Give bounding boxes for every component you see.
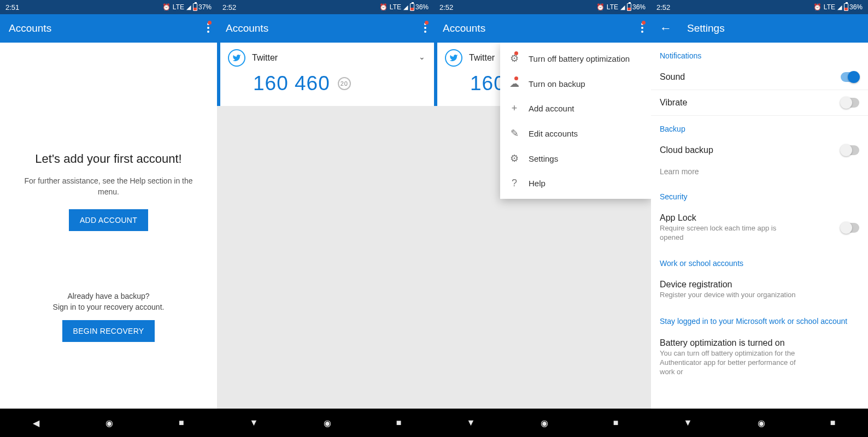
battery-icon (193, 3, 197, 11)
status-lte: LTE (390, 3, 401, 11)
nav-bar: ◀ ◉ ■ (0, 409, 217, 437)
menu-label: Edit accounts (529, 129, 578, 138)
app-bar: Accounts (434, 14, 651, 43)
app-title: Accounts (9, 22, 51, 34)
battery-icon (844, 3, 848, 11)
section-work-accounts: Work or school accounts (651, 250, 868, 272)
nav-back-icon[interactable]: ▼ (684, 418, 693, 428)
setting-vibrate[interactable]: Vibrate (651, 90, 868, 116)
nav-bar: ▼ ◉ ■ (217, 409, 434, 437)
nav-recent-icon[interactable]: ■ (179, 418, 184, 428)
section-backup: Backup (651, 116, 868, 138)
menu-edit-accounts[interactable]: ✎Edit accounts (500, 121, 651, 146)
notification-dot (514, 51, 518, 55)
nav-home-icon[interactable]: ◉ (541, 418, 548, 428)
section-security: Security (651, 184, 868, 205)
app-title: Settings (687, 22, 725, 34)
status-battery: 37% (198, 3, 212, 11)
nav-back-icon[interactable]: ◀ (33, 418, 39, 428)
back-button[interactable]: ← (660, 21, 672, 36)
notification-dot (514, 76, 518, 80)
status-bar: 2:52 LTE 36% (217, 0, 434, 14)
begin-recovery-button[interactable]: BEGIN RECOVERY (62, 320, 155, 342)
menu-battery-opt[interactable]: ⚙Turn off battery optimization (500, 46, 651, 71)
learn-more-link[interactable]: Learn more (651, 163, 868, 184)
twitter-icon (445, 49, 462, 67)
content-area: Let's add your first account! For furthe… (0, 43, 217, 437)
nav-recent-icon[interactable]: ■ (396, 418, 402, 428)
menu-label: Add account (529, 104, 574, 113)
toggle-vibrate[interactable] (841, 98, 859, 108)
settings-list[interactable]: Notifications Sound Vibrate Backup Cloud… (651, 43, 868, 437)
menu-label: Turn on backup (529, 79, 585, 88)
toggle-sound[interactable] (841, 72, 859, 82)
nav-recent-icon[interactable]: ■ (613, 418, 619, 428)
nav-bar: ▼ ◉ ■ (651, 409, 868, 437)
nav-home-icon[interactable]: ◉ (758, 418, 765, 428)
status-time: 2:52 (439, 3, 453, 11)
app-title: Accounts (443, 22, 485, 34)
status-bar: 2:51 LTE 37% (0, 0, 217, 14)
nav-recent-icon[interactable]: ■ (830, 418, 836, 428)
menu-add-account[interactable]: +Add account (500, 96, 651, 121)
app-title: Accounts (226, 22, 268, 34)
add-account-button[interactable]: ADD ACCOUNT (69, 209, 148, 231)
overflow-menu: ⚙Turn off battery optimization ☁Turn on … (500, 43, 651, 199)
help-icon: ? (509, 178, 520, 189)
app-bar: Accounts (0, 14, 217, 43)
status-time: 2:52 (222, 3, 236, 11)
menu-help[interactable]: ?Help (500, 171, 651, 196)
content-area: Twitter 160 ⚙Turn off battery optimizati… (434, 43, 651, 437)
signal-icon (403, 3, 408, 11)
status-lte: LTE (173, 3, 184, 11)
screen-1: 2:51 LTE 37% Accounts Let's add your fir… (0, 0, 217, 437)
setting-sound[interactable]: Sound (651, 64, 868, 90)
menu-settings[interactable]: ⚙Settings (500, 146, 651, 171)
setting-app-lock[interactable]: App Lock Require screen lock each time a… (651, 205, 868, 250)
status-lte: LTE (607, 3, 618, 11)
screen-2: 2:52 LTE 36% Accounts Twitter ⌄ 160 460 (217, 0, 434, 437)
status-bar: 2:52 LTE 36% (434, 0, 651, 14)
content-area: Twitter ⌄ 160 460 20 (217, 43, 434, 437)
nav-home-icon[interactable]: ◉ (324, 418, 331, 428)
setting-battery-opt[interactable]: Battery optimization is turned on You ca… (651, 330, 868, 385)
status-time: 2:52 (656, 3, 670, 11)
account-name: Twitter (252, 53, 278, 63)
signal-icon (837, 3, 842, 11)
chevron-down-icon[interactable]: ⌄ (419, 52, 425, 61)
status-time: 2:51 (5, 3, 19, 11)
menu-turn-on-backup[interactable]: ☁Turn on backup (500, 71, 651, 96)
account-card[interactable]: Twitter ⌄ 160 460 20 (217, 43, 434, 106)
nav-bar: ▼ ◉ ■ (434, 409, 651, 437)
status-bar: 2:52 LTE 36% (651, 0, 868, 14)
signal-icon (620, 3, 625, 11)
alarm-icon (162, 3, 171, 11)
overflow-menu-button[interactable] (424, 23, 426, 33)
auth-code: 160 460 (253, 72, 330, 95)
toggle-cloud-backup[interactable] (841, 145, 859, 155)
recovery-text: Already have a backup? Sign in to your r… (13, 291, 204, 312)
account-name: Twitter (469, 53, 495, 63)
menu-label: Settings (529, 154, 558, 163)
welcome-heading: Let's add your first account! (13, 152, 204, 166)
signal-icon (186, 3, 191, 11)
status-battery: 36% (632, 3, 646, 11)
status-battery: 36% (849, 3, 863, 11)
alarm-icon (596, 3, 605, 11)
overflow-menu-button[interactable] (207, 23, 209, 33)
screen-3: 2:52 LTE 36% Accounts Twitter 160 (434, 0, 651, 437)
menu-label: Help (529, 179, 546, 188)
app-bar: ← Settings (651, 14, 868, 43)
setting-device-registration[interactable]: Device registration Register your device… (651, 272, 868, 308)
nav-home-icon[interactable]: ◉ (105, 418, 113, 428)
section-stay-logged: Stay logged in to your Microsoft work or… (651, 308, 868, 330)
setting-cloud-backup[interactable]: Cloud backup (651, 138, 868, 163)
toggle-app-lock[interactable] (841, 223, 859, 233)
nav-back-icon[interactable]: ▼ (467, 418, 476, 428)
pencil-icon: ✎ (509, 127, 520, 139)
nav-back-icon[interactable]: ▼ (250, 418, 259, 428)
status-lte: LTE (824, 3, 835, 11)
overflow-menu-button[interactable] (641, 23, 643, 33)
screen-4: 2:52 LTE 36% ← Settings Notifications So… (651, 0, 868, 437)
alarm-icon (813, 3, 822, 11)
